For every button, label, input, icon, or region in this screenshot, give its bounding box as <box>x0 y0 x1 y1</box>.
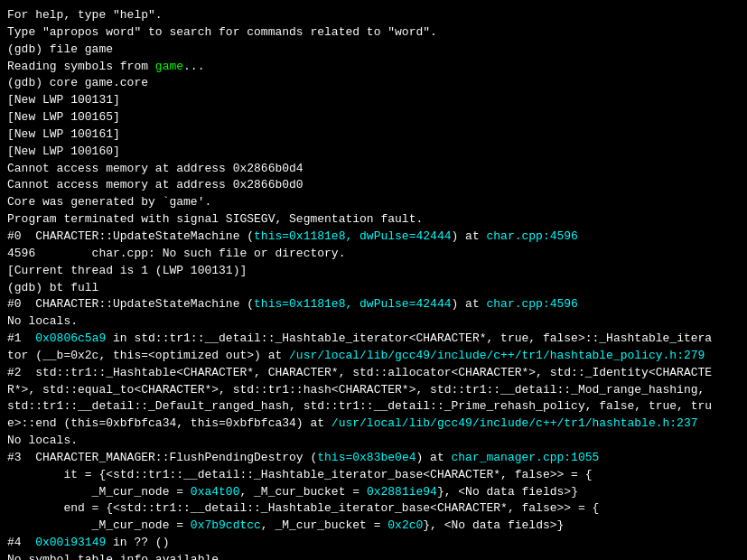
terminal-text: , _M_cur_bucket = <box>261 518 388 532</box>
terminal-line: R*>, std::equal_to<CHARACTER*>, std::tr1… <box>7 382 740 399</box>
terminal-line: No locals. <box>7 433 740 450</box>
terminal-line: (gdb) bt full <box>7 280 740 297</box>
terminal-window: For help, type "help".Type "apropos word… <box>7 7 740 560</box>
terminal-text: 0x7b9cdtcc <box>191 518 261 532</box>
terminal-text: [Current thread is 1 (LWP 100131)] <box>7 264 247 277</box>
terminal-text: 0x2c0 <box>388 518 423 532</box>
terminal-text: /usr/local/lib/gcc49/include/c++/tr1/has… <box>289 349 705 362</box>
terminal-line: #3 CHARACTER_MANAGER::FlushPendingDestro… <box>7 450 740 467</box>
terminal-line: _M_cur_node = 0xa4t00, _M_cur_bucket = 0… <box>7 484 740 501</box>
terminal-text: Type "apropos word" to search for comman… <box>7 25 437 39</box>
terminal-text: in std::tr1::__detail::_Hashtable_iterat… <box>106 331 712 345</box>
terminal-text: #4 <box>7 536 35 549</box>
terminal-text: No symbol table info available. <box>7 553 226 560</box>
terminal-text: tor (__b=0x2c, this=<optimized out>) at <box>7 349 289 362</box>
terminal-text: Cannot access memory at address 0x2866b0… <box>7 162 303 175</box>
terminal-line: No locals. <box>7 313 740 331</box>
terminal-text: 0x00i93149 <box>35 536 106 549</box>
terminal-text: #2 std::tr1::_Hashtable<CHARACTER*, CHAR… <box>7 366 712 379</box>
terminal-line: [New LWP 100160] <box>7 144 740 161</box>
terminal-text: char.cpp:4596 <box>487 297 578 311</box>
terminal-text: Cannot access memory at address 0x2866b0… <box>7 178 303 191</box>
terminal-line: No symbol table info available. <box>7 552 740 560</box>
terminal-text: /usr/local/lib/gcc49/include/c++/tr1/has… <box>331 416 698 430</box>
terminal-text: No locals. <box>7 434 78 447</box>
terminal-line: #2 std::tr1::_Hashtable<CHARACTER*, CHAR… <box>7 365 740 382</box>
terminal-text: Reading symbols from <box>7 60 155 73</box>
terminal-text: [New LWP 100160] <box>7 145 120 158</box>
terminal-text: , _M_cur_bucket = <box>239 485 366 499</box>
terminal-text: std::tr1::__detail::_Default_ranged_hash… <box>7 399 712 413</box>
terminal-text: 4596 char.cpp: No such file or directory… <box>7 247 345 260</box>
terminal-text: #3 CHARACTER_MANAGER::FlushPendingDestro… <box>7 451 317 464</box>
terminal-text: this=0x1181e8, dwPulse=42444 <box>254 229 451 243</box>
terminal-line: Type "apropos word" to search for comman… <box>7 24 740 42</box>
terminal-line: Program terminated with signal SIGSEGV, … <box>7 211 740 229</box>
terminal-text: _M_cur_node = <box>7 485 191 499</box>
terminal-line: tor (__b=0x2c, this=<optimized out>) at … <box>7 348 740 365</box>
terminal-line: [Current thread is 1 (LWP 100131)] <box>7 263 740 280</box>
terminal-line: std::tr1::__detail::_Default_ranged_hash… <box>7 398 740 415</box>
terminal-text: ... <box>183 60 204 73</box>
terminal-text: it = {<std::tr1::__detail::_Hashtable_it… <box>7 468 593 481</box>
terminal-line: [New LWP 100161] <box>7 126 740 144</box>
terminal-text: end = {<std::tr1::__detail::_Hashtable_i… <box>7 501 599 515</box>
terminal-line: end = {<std::tr1::__detail::_Hashtable_i… <box>7 500 740 518</box>
terminal-line: [New LWP 100165] <box>7 109 740 126</box>
terminal-line: For help, type "help". <box>7 7 740 24</box>
terminal-text: this=0x83be0e4 <box>317 451 416 464</box>
terminal-text: For help, type "help". <box>7 8 163 22</box>
terminal-text: 0xa4t00 <box>191 485 240 499</box>
terminal-text: char.cpp:4596 <box>487 229 578 243</box>
terminal-line: (gdb) file game <box>7 42 740 59</box>
terminal-text: game <box>155 60 183 73</box>
terminal-text: char_manager.cpp:1055 <box>452 451 600 464</box>
terminal-text: ) at <box>451 297 486 311</box>
terminal-text: _M_cur_node = <box>7 518 191 532</box>
terminal-line: Cannot access memory at address 0x2866b0… <box>7 161 740 178</box>
terminal-text: e>::end (this=0xbfbfca34, this=0xbfbfca3… <box>7 416 331 430</box>
terminal-text: 0x2881ie94 <box>367 485 437 499</box>
terminal-line: [New LWP 100131] <box>7 92 740 109</box>
terminal-text: 0x0806c5a9 <box>35 331 106 345</box>
terminal-text: ) at <box>451 229 486 243</box>
terminal-line: #4 0x00i93149 in ?? () <box>7 535 740 552</box>
terminal-line: Core was generated by `game'. <box>7 194 740 211</box>
terminal-text: }, <No data fields>} <box>437 485 578 499</box>
terminal-line: it = {<std::tr1::__detail::_Hashtable_it… <box>7 467 740 484</box>
terminal-text: [New LWP 100161] <box>7 127 120 141</box>
terminal-line: Reading symbols from game... <box>7 59 740 76</box>
terminal-line: Cannot access memory at address 0x2866b0… <box>7 177 740 194</box>
terminal-line: 4596 char.cpp: No such file or directory… <box>7 246 740 263</box>
terminal-content: For help, type "help".Type "apropos word… <box>7 7 740 560</box>
terminal-text: No locals. <box>7 314 78 328</box>
terminal-text: [New LWP 100165] <box>7 110 120 124</box>
terminal-text: (gdb) file game <box>7 42 113 56</box>
terminal-text: #1 <box>7 331 35 345</box>
terminal-text: (gdb) bt full <box>7 281 98 294</box>
terminal-line: #0 CHARACTER::UpdateStateMachine (this=0… <box>7 296 740 313</box>
terminal-line: e>::end (this=0xbfbfca34, this=0xbfbfca3… <box>7 415 740 433</box>
terminal-text: in ?? () <box>106 536 169 549</box>
terminal-text: R*>, std::equal_to<CHARACTER*>, std::tr1… <box>7 383 705 397</box>
terminal-text: this=0x1181e8, dwPulse=42444 <box>254 297 451 311</box>
terminal-text: }, <No data fields>} <box>423 518 564 532</box>
terminal-text: Program terminated with signal SIGSEGV, … <box>7 212 423 226</box>
terminal-line: #1 0x0806c5a9 in std::tr1::__detail::_Ha… <box>7 331 740 348</box>
terminal-line: #0 CHARACTER::UpdateStateMachine (this=0… <box>7 229 740 246</box>
terminal-text: #0 CHARACTER::UpdateStateMachine ( <box>7 297 254 311</box>
terminal-text: Core was generated by `game'. <box>7 195 211 209</box>
terminal-line: (gdb) core game.core <box>7 75 740 92</box>
terminal-text: #0 CHARACTER::UpdateStateMachine ( <box>7 229 254 243</box>
terminal-text: ) at <box>416 451 451 464</box>
terminal-line: _M_cur_node = 0x7b9cdtcc, _M_cur_bucket … <box>7 518 740 535</box>
terminal-text: (gdb) core game.core <box>7 76 148 89</box>
terminal-text: [New LWP 100131] <box>7 93 120 107</box>
